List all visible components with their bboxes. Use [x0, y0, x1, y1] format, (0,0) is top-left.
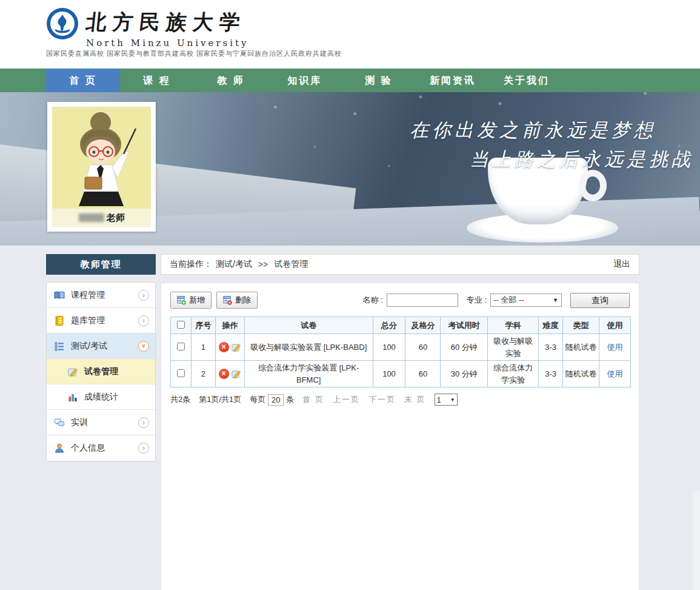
- sidebar-item-question-bank[interactable]: 题库管理: [47, 308, 155, 334]
- name-search-input[interactable]: [387, 293, 458, 307]
- chevron-right-icon: [138, 417, 149, 428]
- bar-chart-icon: [67, 392, 78, 403]
- notebook-icon: [54, 315, 65, 326]
- cell-paper: 吸收与解吸实验装置 [LPK-BABD]: [244, 334, 373, 361]
- main-area: 教师管理 课程管理 题库管理: [0, 246, 700, 590]
- paper-management-panel: 新增 删除 名称 : 专业: [161, 283, 639, 590]
- nav-item-teachers[interactable]: 教 师: [194, 69, 268, 92]
- row-checkbox[interactable]: [177, 369, 185, 377]
- nav-item-home[interactable]: 首 页: [46, 69, 120, 92]
- query-button[interactable]: 查询: [570, 293, 630, 308]
- nav-item-news[interactable]: 新闻资讯: [416, 69, 490, 92]
- cell-subject: 综合流体力学实验: [488, 361, 539, 387]
- cell-seq: 2: [191, 361, 215, 387]
- teacher-title: 老师: [107, 212, 125, 224]
- sidebar-item-practical-training[interactable]: 实训: [47, 410, 155, 435]
- nav-item-courses[interactable]: 课 程: [120, 69, 194, 92]
- edit-row-icon[interactable]: [231, 342, 241, 352]
- sidebar-item-label: 测试/考试: [71, 341, 107, 352]
- right-gutter: [693, 491, 700, 590]
- last-page-link[interactable]: 末 页: [404, 394, 426, 405]
- col-use: 使用: [599, 317, 630, 334]
- cell-paper: 综合流体力学实验装置 [LPK-BFMC]: [244, 361, 373, 387]
- per-page-input[interactable]: 20: [268, 394, 284, 406]
- cell-difficulty: 3-3: [539, 334, 563, 361]
- cell-pass: 60: [405, 361, 441, 387]
- sidebar-item-label: 试卷管理: [84, 366, 118, 377]
- first-page-link[interactable]: 首 页: [302, 394, 324, 405]
- cell-total: 100: [373, 334, 405, 361]
- select-all-cell: [171, 317, 192, 334]
- table-header-row: 序号 操作 试卷 总分 及格分 考试用时 学科 难度 类型 使用: [171, 317, 631, 334]
- major-select[interactable]: -- 全部 --: [490, 293, 562, 307]
- cell-duration: 30 分钟: [441, 361, 488, 387]
- col-difficulty: 难度: [539, 317, 563, 334]
- row-checkbox[interactable]: [177, 343, 185, 350]
- delete-row-icon[interactable]: [219, 369, 229, 379]
- banner-slogan-line1: 在你出发之前永远是梦想: [410, 115, 694, 144]
- col-seq: 序号: [191, 317, 215, 334]
- university-logo-icon: [46, 7, 79, 40]
- use-link[interactable]: 使用: [607, 369, 622, 378]
- banner-cup-handle-image: [579, 170, 607, 201]
- breadcrumb: 当前操作： 测试/考试 >> 试卷管理 退出: [161, 254, 639, 275]
- cell-pass: 60: [405, 334, 441, 361]
- sidebar-item-score-statistics[interactable]: 成绩统计: [47, 384, 155, 410]
- cell-duration: 60 分钟: [441, 334, 488, 361]
- banner-slogan-line2: 当上路之后永远是挑战: [410, 144, 694, 173]
- cell-seq: 1: [191, 334, 215, 361]
- site-header: 北方民族大学 North Minzu University 国家民委直属高校 国…: [0, 0, 700, 69]
- chevron-right-icon: [138, 290, 149, 301]
- nav-item-about[interactable]: 关于我们: [490, 69, 564, 92]
- select-all-checkbox[interactable]: [177, 321, 185, 329]
- page-select[interactable]: 1: [435, 394, 458, 406]
- major-select-value: -- 全部 --: [493, 295, 524, 306]
- cell-type: 随机试卷: [563, 361, 599, 387]
- table-delete-icon: [223, 296, 232, 305]
- next-page-link[interactable]: 下一页: [368, 394, 396, 405]
- col-actions: 操作: [215, 317, 244, 334]
- add-button[interactable]: 新增: [170, 292, 212, 309]
- delete-row-icon[interactable]: [219, 342, 229, 352]
- chevron-right-icon: [138, 315, 149, 326]
- pager-page-info: 第1页/共1页: [199, 394, 241, 405]
- logout-link[interactable]: 退出: [613, 259, 630, 270]
- sidebar-item-course-management[interactable]: 课程管理: [47, 283, 155, 308]
- breadcrumb-page: 试卷管理: [274, 259, 308, 270]
- breadcrumb-label: 当前操作：: [170, 259, 212, 270]
- teacher-avatar-card: 老师: [47, 102, 156, 232]
- chevron-right-icon: [138, 443, 149, 454]
- delete-button[interactable]: 删除: [216, 292, 258, 309]
- name-field-label: 名称 :: [363, 295, 383, 306]
- sidebar-item-personal-info[interactable]: 个人信息: [47, 435, 155, 461]
- papers-table: 序号 操作 试卷 总分 及格分 考试用时 学科 难度 类型 使用: [170, 317, 631, 387]
- sidebar: 教师管理 课程管理 题库管理: [46, 254, 156, 461]
- pagination: 共2条 第1页/共1页 每页 20 条 首 页 上一页 下一页 末 页 1: [170, 394, 630, 406]
- prev-page-link[interactable]: 上一页: [333, 394, 360, 405]
- list-icon: [54, 341, 65, 352]
- cell-difficulty: 3-3: [539, 361, 563, 387]
- edit-paper-icon: [67, 366, 78, 377]
- banner-slogan: 在你出发之前永远是梦想 当上路之后永远是挑战: [410, 115, 694, 173]
- sidebar-item-label: 成绩统计: [84, 392, 118, 403]
- nav-item-tests[interactable]: 测 验: [342, 69, 416, 92]
- book-icon: [54, 290, 65, 301]
- university-tagline: 国家民委直属高校 国家民委与教育部共建高校 国家民委与宁夏回族自治区人民政府共建…: [46, 49, 342, 58]
- col-type: 类型: [563, 317, 599, 334]
- cell-type: 随机试卷: [563, 334, 599, 361]
- use-link[interactable]: 使用: [607, 343, 622, 352]
- delete-button-label: 删除: [235, 295, 251, 306]
- sidebar-item-paper-management[interactable]: 试卷管理: [47, 359, 155, 384]
- sidebar-item-test-exam[interactable]: 测试/考试: [47, 334, 155, 359]
- cell-total: 100: [373, 361, 405, 387]
- person-icon: [54, 443, 65, 454]
- nav-item-knowledge[interactable]: 知识库: [268, 69, 342, 92]
- edit-row-icon[interactable]: [231, 369, 241, 379]
- main-nav: 首 页 课 程 教 师 知识库 测 验 新闻资讯 关于我们: [0, 69, 700, 92]
- col-subject: 学科: [488, 317, 539, 334]
- teacher-cartoon-icon: [52, 107, 151, 209]
- chat-bubbles-icon: [54, 417, 65, 428]
- major-field-label: 专业 :: [467, 295, 487, 306]
- university-name-cn: 北方民族大学: [85, 8, 250, 36]
- col-total: 总分: [373, 317, 405, 334]
